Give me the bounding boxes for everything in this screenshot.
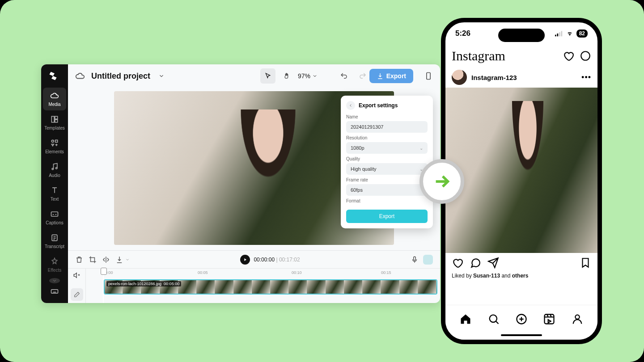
delete-icon[interactable]: [75, 256, 83, 264]
project-title[interactable]: Untitled project: [91, 72, 150, 81]
instagram-header: Instagram: [445, 45, 597, 67]
play-button[interactable]: [240, 255, 250, 265]
panel-back-button[interactable]: [346, 101, 355, 110]
sidebar-item-elements[interactable]: Elements: [43, 135, 66, 158]
name-label: Name: [346, 114, 428, 119]
svg-point-6: [56, 168, 57, 169]
mirror-icon[interactable]: [102, 256, 110, 264]
effects-icon: [50, 257, 59, 266]
video-clip[interactable]: pexels-ron-lach-10120286.jpg 00:05:00: [104, 279, 437, 295]
mute-icon[interactable]: [73, 271, 81, 279]
bottom-nav: [445, 305, 597, 340]
sidebar-item-audio[interactable]: Audio: [43, 159, 66, 181]
timeline-tracks[interactable]: 00:00 00:05 00:10 00:15 pexels-ron-lach-…: [86, 269, 440, 303]
app-logo-icon[interactable]: [48, 70, 61, 82]
post-image[interactable]: [445, 88, 597, 253]
sidebar-item-keyboard[interactable]: [43, 285, 66, 298]
sidebar-label: Text: [51, 197, 59, 202]
sidebar-collapse-button[interactable]: [49, 278, 60, 283]
undo-button[interactable]: [336, 68, 352, 84]
sidebar-item-templates[interactable]: Templates: [43, 111, 66, 134]
arrow-right-icon: [432, 171, 452, 192]
sidebar-item-effects[interactable]: Effects: [43, 253, 66, 276]
nav-search-icon[interactable]: [487, 313, 500, 325]
post-more-button[interactable]: •••: [581, 73, 591, 82]
timeline: 00:00 00:05 00:10 00:15 pexels-ron-lach-…: [68, 268, 440, 303]
transcript-icon: [50, 233, 59, 242]
canvas-background: Media Templates Elements Audio Text Capt…: [0, 0, 644, 362]
cloud-icon: [50, 91, 59, 100]
svg-rect-15: [561, 31, 562, 37]
chevron-down-icon: [312, 73, 318, 79]
wifi-icon: [566, 30, 574, 37]
crop-icon[interactable]: [89, 256, 97, 264]
sidebar-item-transcript[interactable]: Transcript: [43, 230, 66, 253]
sidebar-label: Effects: [48, 268, 61, 273]
bookmark-icon[interactable]: [580, 257, 591, 269]
svg-rect-12: [555, 35, 556, 37]
clip-label: pexels-ron-lach-10120286.jpg 00:05:00: [106, 281, 181, 286]
phone-notch: [498, 29, 545, 42]
add-track-button[interactable]: [71, 288, 83, 301]
messages-icon[interactable]: [580, 50, 591, 62]
post-header: Instagram-123 •••: [445, 67, 597, 88]
download-icon[interactable]: [115, 256, 123, 264]
flow-arrow: [419, 159, 464, 204]
panel-title: Export settings: [359, 102, 398, 109]
svg-rect-2: [55, 120, 58, 122]
zoom-level[interactable]: 97%: [298, 72, 318, 80]
phone-preview-icon[interactable]: [424, 72, 433, 80]
like-icon[interactable]: [452, 257, 463, 269]
export-icon: [377, 72, 384, 80]
undo-icon: [340, 72, 348, 80]
hand-tool[interactable]: [279, 68, 294, 84]
panel-export-button[interactable]: Export: [346, 210, 428, 223]
editor-topbar: Untitled project 97%: [68, 64, 440, 88]
mic-icon[interactable]: [411, 256, 419, 264]
svg-point-3: [51, 140, 54, 142]
chevron-down-icon[interactable]: [158, 73, 165, 79]
post-username[interactable]: Instagram-123: [471, 74, 577, 81]
timeline-left-controls: [68, 269, 86, 303]
post-actions: [445, 253, 597, 273]
nav-create-icon[interactable]: [515, 313, 528, 325]
resolution-select[interactable]: 1080p⌄: [346, 142, 428, 154]
svg-rect-13: [557, 34, 558, 36]
chevron-down-icon: ⌄: [419, 146, 423, 151]
svg-point-17: [489, 315, 496, 322]
cursor-icon: [264, 72, 271, 80]
user-avatar[interactable]: [452, 70, 467, 85]
name-input[interactable]: 202401291307: [346, 121, 428, 133]
playhead[interactable]: [103, 269, 104, 303]
svg-rect-7: [51, 212, 58, 216]
cursor-tool[interactable]: [260, 68, 275, 84]
svg-point-20: [575, 315, 579, 319]
heart-icon[interactable]: [563, 50, 574, 62]
sidebar-item-captions[interactable]: Captions: [43, 206, 66, 229]
quality-label: Quality: [346, 156, 428, 161]
share-icon[interactable]: [487, 257, 499, 269]
quality-select[interactable]: High quality⌄: [346, 163, 428, 175]
timecode: 00:00:00 | 00:17:02: [254, 257, 300, 263]
nav-home-icon[interactable]: [459, 313, 472, 325]
sidebar-item-text[interactable]: Text: [43, 182, 66, 205]
ai-tools-icon[interactable]: [423, 255, 433, 265]
tool-group: 97%: [260, 68, 318, 84]
comment-icon[interactable]: [470, 257, 481, 269]
svg-point-16: [581, 51, 590, 60]
sidebar-item-media[interactable]: Media: [43, 88, 66, 110]
nav-profile-icon[interactable]: [571, 313, 584, 325]
history-group: [336, 68, 370, 84]
chevron-down-icon: [52, 278, 57, 283]
framerate-select[interactable]: 60fps: [346, 184, 428, 196]
export-button[interactable]: Export: [369, 69, 413, 83]
resolution-label: Resolution: [346, 135, 428, 140]
nav-reels-icon[interactable]: [543, 313, 555, 325]
audio-icon: [50, 162, 59, 171]
cloud-save-icon[interactable]: [75, 71, 85, 81]
chevron-down-icon[interactable]: [125, 257, 130, 262]
redo-button[interactable]: [355, 68, 370, 84]
instagram-logo[interactable]: Instagram: [452, 48, 557, 63]
format-label: Format: [346, 198, 428, 203]
svg-rect-4: [55, 140, 58, 142]
